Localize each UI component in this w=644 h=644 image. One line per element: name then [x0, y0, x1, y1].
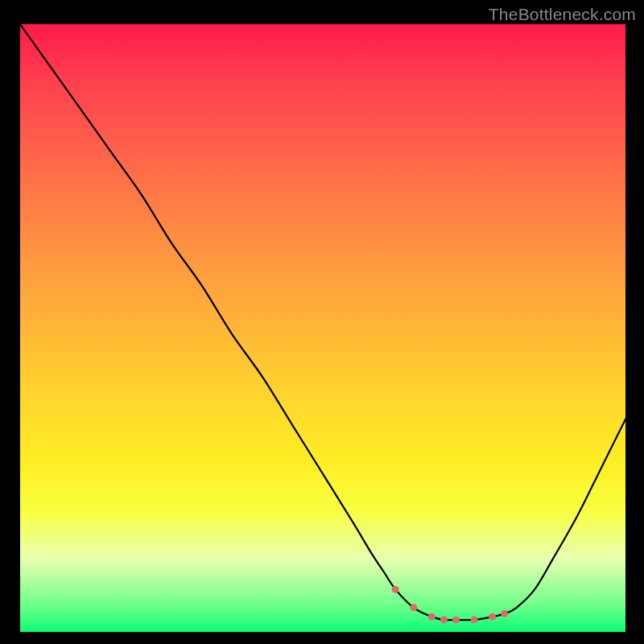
marker-dot [440, 616, 448, 623]
marker-dot [392, 586, 399, 593]
marker-dot [428, 613, 436, 621]
chart-frame [20, 24, 625, 632]
bottleneck-curve [20, 24, 625, 620]
marker-dot [452, 616, 460, 623]
marker-dot [410, 604, 417, 611]
marker-dot [471, 616, 478, 623]
chart-svg [20, 24, 625, 632]
watermark-text: TheBottleneck.com [489, 5, 636, 24]
marker-dot [489, 613, 496, 621]
marker-dot [501, 610, 508, 617]
